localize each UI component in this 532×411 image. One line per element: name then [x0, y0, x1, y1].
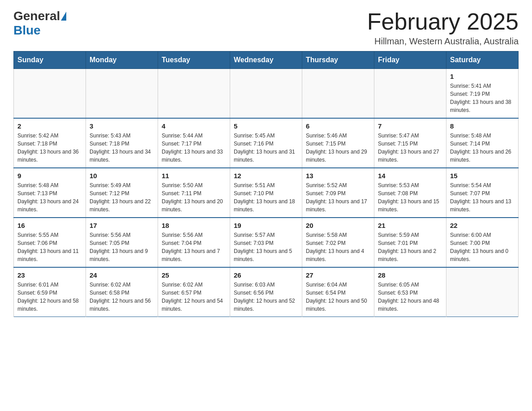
- day-info: Sunrise: 5:56 AMSunset: 7:05 PMDaylight:…: [90, 231, 154, 263]
- day-cell: 15Sunrise: 5:54 AMSunset: 7:07 PMDayligh…: [446, 168, 519, 218]
- day-number: 8: [450, 122, 515, 130]
- week-row-5: 23Sunrise: 6:01 AMSunset: 6:59 PMDayligh…: [14, 267, 519, 317]
- day-cell: 23Sunrise: 6:01 AMSunset: 6:59 PMDayligh…: [14, 267, 86, 317]
- day-number: 13: [306, 172, 370, 180]
- day-info: Sunrise: 5:53 AMSunset: 7:08 PMDaylight:…: [378, 181, 442, 214]
- day-cell: 19Sunrise: 5:57 AMSunset: 7:03 PMDayligh…: [230, 218, 302, 267]
- day-cell: 1Sunrise: 5:41 AMSunset: 7:19 PMDaylight…: [446, 69, 519, 119]
- day-number: 10: [90, 172, 154, 180]
- logo-blue-text: Blue: [13, 23, 41, 38]
- day-cell: 14Sunrise: 5:53 AMSunset: 7:08 PMDayligh…: [374, 168, 446, 218]
- weekday-header-sunday: Sunday: [14, 51, 86, 69]
- day-cell: 3Sunrise: 5:43 AMSunset: 7:18 PMDaylight…: [86, 118, 158, 168]
- day-number: 27: [306, 271, 370, 279]
- day-cell: 10Sunrise: 5:49 AMSunset: 7:12 PMDayligh…: [86, 168, 158, 218]
- day-cell: [14, 69, 86, 119]
- day-number: 9: [17, 172, 82, 180]
- day-number: 25: [162, 271, 226, 279]
- day-info: Sunrise: 5:42 AMSunset: 7:18 PMDaylight:…: [17, 132, 82, 164]
- day-info: Sunrise: 5:48 AMSunset: 7:14 PMDaylight:…: [450, 132, 515, 164]
- weekday-header-row: SundayMondayTuesdayWednesdayThursdayFrid…: [14, 51, 519, 69]
- day-cell: 20Sunrise: 5:58 AMSunset: 7:02 PMDayligh…: [302, 218, 374, 267]
- day-info: Sunrise: 6:03 AMSunset: 6:56 PMDaylight:…: [234, 281, 298, 313]
- weekday-header-tuesday: Tuesday: [158, 51, 230, 69]
- day-info: Sunrise: 6:04 AMSunset: 6:54 PMDaylight:…: [306, 281, 370, 313]
- week-row-1: 1Sunrise: 5:41 AMSunset: 7:19 PMDaylight…: [14, 69, 519, 119]
- day-cell: 17Sunrise: 5:56 AMSunset: 7:05 PMDayligh…: [86, 218, 158, 267]
- day-number: 5: [234, 122, 298, 130]
- day-number: 22: [450, 222, 515, 229]
- day-cell: [86, 69, 158, 119]
- page-header: General Blue February 2025 Hillman, West…: [13, 9, 519, 47]
- day-info: Sunrise: 6:02 AMSunset: 6:57 PMDaylight:…: [162, 281, 226, 313]
- day-cell: 26Sunrise: 6:03 AMSunset: 6:56 PMDayligh…: [230, 267, 302, 317]
- day-number: 23: [17, 271, 82, 279]
- day-cell: [158, 69, 230, 119]
- day-cell: 5Sunrise: 5:45 AMSunset: 7:16 PMDaylight…: [230, 118, 302, 168]
- day-number: 7: [378, 122, 442, 130]
- day-cell: 12Sunrise: 5:51 AMSunset: 7:10 PMDayligh…: [230, 168, 302, 218]
- day-info: Sunrise: 5:46 AMSunset: 7:15 PMDaylight:…: [306, 132, 370, 164]
- day-cell: 11Sunrise: 5:50 AMSunset: 7:11 PMDayligh…: [158, 168, 230, 218]
- title-section: February 2025 Hillman, Western Australia…: [367, 9, 519, 47]
- day-number: 14: [378, 172, 442, 180]
- day-cell: 8Sunrise: 5:48 AMSunset: 7:14 PMDaylight…: [446, 118, 519, 168]
- day-info: Sunrise: 6:01 AMSunset: 6:59 PMDaylight:…: [17, 281, 82, 313]
- calendar-table: SundayMondayTuesdayWednesdayThursdayFrid…: [13, 51, 519, 317]
- day-number: 1: [450, 73, 515, 80]
- day-cell: 9Sunrise: 5:48 AMSunset: 7:13 PMDaylight…: [14, 168, 86, 218]
- week-row-4: 16Sunrise: 5:55 AMSunset: 7:06 PMDayligh…: [14, 218, 519, 267]
- day-info: Sunrise: 6:02 AMSunset: 6:58 PMDaylight:…: [90, 281, 154, 313]
- day-cell: 4Sunrise: 5:44 AMSunset: 7:17 PMDaylight…: [158, 118, 230, 168]
- day-info: Sunrise: 5:52 AMSunset: 7:09 PMDaylight:…: [306, 181, 370, 214]
- day-number: 4: [162, 122, 226, 130]
- week-row-2: 2Sunrise: 5:42 AMSunset: 7:18 PMDaylight…: [14, 118, 519, 168]
- week-row-3: 9Sunrise: 5:48 AMSunset: 7:13 PMDaylight…: [14, 168, 519, 218]
- day-info: Sunrise: 5:43 AMSunset: 7:18 PMDaylight:…: [90, 132, 154, 164]
- day-cell: 27Sunrise: 6:04 AMSunset: 6:54 PMDayligh…: [302, 267, 374, 317]
- day-info: Sunrise: 6:05 AMSunset: 6:53 PMDaylight:…: [378, 281, 442, 313]
- day-cell: 24Sunrise: 6:02 AMSunset: 6:58 PMDayligh…: [86, 267, 158, 317]
- day-cell: 21Sunrise: 5:59 AMSunset: 7:01 PMDayligh…: [374, 218, 446, 267]
- day-number: 20: [306, 222, 370, 229]
- day-info: Sunrise: 5:50 AMSunset: 7:11 PMDaylight:…: [162, 181, 226, 214]
- day-info: Sunrise: 5:59 AMSunset: 7:01 PMDaylight:…: [378, 231, 442, 263]
- day-info: Sunrise: 5:47 AMSunset: 7:15 PMDaylight:…: [378, 132, 442, 164]
- day-cell: [374, 69, 446, 119]
- day-cell: 25Sunrise: 6:02 AMSunset: 6:57 PMDayligh…: [158, 267, 230, 317]
- day-number: 6: [306, 122, 370, 130]
- day-cell: [446, 267, 519, 317]
- day-info: Sunrise: 5:48 AMSunset: 7:13 PMDaylight:…: [17, 181, 82, 214]
- day-number: 2: [17, 122, 82, 130]
- day-cell: 13Sunrise: 5:52 AMSunset: 7:09 PMDayligh…: [302, 168, 374, 218]
- day-number: 18: [162, 222, 226, 229]
- day-info: Sunrise: 5:54 AMSunset: 7:07 PMDaylight:…: [450, 181, 515, 214]
- day-info: Sunrise: 5:51 AMSunset: 7:10 PMDaylight:…: [234, 181, 298, 214]
- day-number: 19: [234, 222, 298, 229]
- day-cell: 6Sunrise: 5:46 AMSunset: 7:15 PMDaylight…: [302, 118, 374, 168]
- weekday-header-friday: Friday: [374, 51, 446, 69]
- day-info: Sunrise: 5:58 AMSunset: 7:02 PMDaylight:…: [306, 231, 370, 263]
- day-number: 26: [234, 271, 298, 279]
- weekday-header-saturday: Saturday: [446, 51, 519, 69]
- day-number: 12: [234, 172, 298, 180]
- day-number: 28: [378, 271, 442, 279]
- weekday-header-thursday: Thursday: [302, 51, 374, 69]
- day-cell: 2Sunrise: 5:42 AMSunset: 7:18 PMDaylight…: [14, 118, 86, 168]
- day-info: Sunrise: 5:41 AMSunset: 7:19 PMDaylight:…: [450, 82, 515, 114]
- logo: General Blue: [13, 9, 67, 38]
- day-cell: 28Sunrise: 6:05 AMSunset: 6:53 PMDayligh…: [374, 267, 446, 317]
- day-cell: 22Sunrise: 6:00 AMSunset: 7:00 PMDayligh…: [446, 218, 519, 267]
- day-info: Sunrise: 5:45 AMSunset: 7:16 PMDaylight:…: [234, 132, 298, 164]
- day-number: 24: [90, 271, 154, 279]
- day-number: 15: [450, 172, 515, 180]
- day-info: Sunrise: 6:00 AMSunset: 7:00 PMDaylight:…: [450, 231, 515, 263]
- day-info: Sunrise: 5:44 AMSunset: 7:17 PMDaylight:…: [162, 132, 226, 164]
- day-info: Sunrise: 5:49 AMSunset: 7:12 PMDaylight:…: [90, 181, 154, 214]
- day-info: Sunrise: 5:56 AMSunset: 7:04 PMDaylight:…: [162, 231, 226, 263]
- day-info: Sunrise: 5:57 AMSunset: 7:03 PMDaylight:…: [234, 231, 298, 263]
- location-text: Hillman, Western Australia, Australia: [367, 36, 519, 47]
- logo-general-text: General: [13, 9, 60, 23]
- month-title: February 2025: [367, 9, 519, 34]
- weekday-header-monday: Monday: [86, 51, 158, 69]
